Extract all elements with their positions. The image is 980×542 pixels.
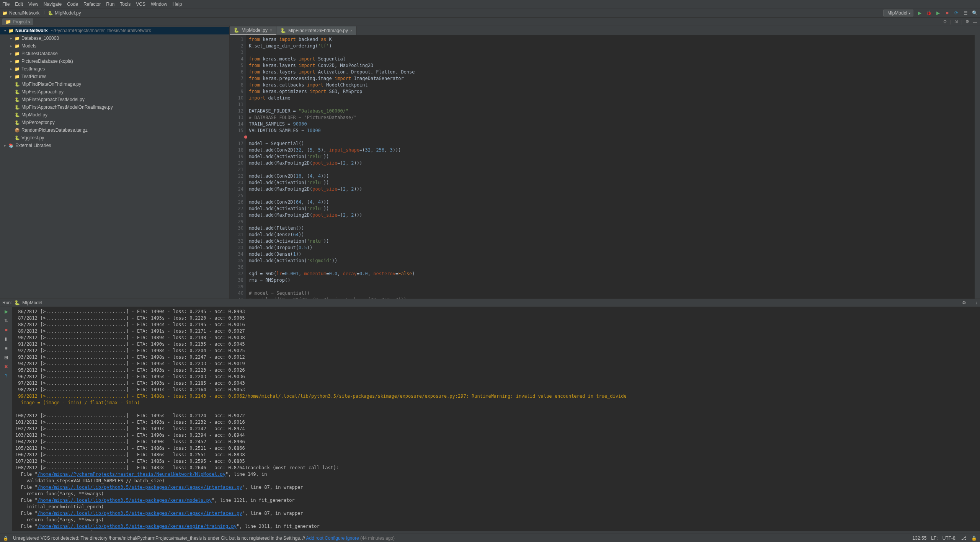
py-icon [15, 105, 20, 110]
tree-item[interactable]: PicturesDatabase [0, 50, 229, 57]
project-tab-label: Project [13, 19, 27, 24]
tree-item[interactable]: MlpFirstApproachTestModel.py [0, 96, 229, 103]
tree-item[interactable]: VggTest.py [0, 134, 229, 142]
add-root-link[interactable]: Add root [306, 535, 323, 541]
collapse-all-icon[interactable]: ⇲ [954, 19, 959, 24]
update-project-button[interactable]: ⟳ [953, 10, 959, 16]
stop-button[interactable]: ■ [3, 327, 9, 333]
editor-tab-label: MlpModel.py [242, 28, 268, 33]
settings-icon[interactable]: ⚙ [965, 19, 970, 24]
expand-icon[interactable] [9, 44, 13, 48]
tree-root[interactable]: NeuralNetwork~/PycharmProjects/master_th… [0, 27, 229, 34]
file-encoding[interactable]: UTF-8: [942, 535, 957, 541]
breadcrumb-file[interactable]: MlpModel.py [48, 10, 81, 16]
tree-item[interactable]: MlpFindPlateOnFhdImage.py [0, 80, 229, 88]
rerun-failed-button[interactable]: ⇅ [3, 318, 9, 324]
restore-layout-button[interactable]: ⊞ [3, 354, 9, 361]
tree-item-label: External Libraries [15, 143, 51, 148]
expand-icon[interactable] [9, 59, 13, 63]
ignore-link[interactable]: Ignore [346, 535, 359, 541]
editor-tabs: 🐍 MlpModel.py × 🐍 MlpFindPlateOnFhdImage… [230, 26, 980, 35]
tree-item[interactable]: PicturesDatabase (kopia) [0, 57, 229, 65]
nav-bar: NeuralNetwork 〉 MlpModel.py MlpModel ▶ 🐞… [0, 8, 980, 18]
git-branch[interactable]: ⎇ [961, 535, 967, 541]
editor-scrollbar[interactable] [975, 35, 980, 299]
main-split: NeuralNetwork~/PycharmProjects/master_th… [0, 26, 980, 299]
configure-link[interactable]: Configure [325, 535, 345, 541]
tree-item[interactable]: TestImages [0, 65, 229, 73]
editor-tab-mlpmodel[interactable]: 🐍 MlpModel.py × [230, 26, 276, 35]
tree-item[interactable]: TestPictures [0, 73, 229, 80]
dir-icon [15, 44, 20, 49]
editor-code[interactable]: from keras import backend as K K.set_ima… [246, 35, 980, 299]
menu-window[interactable]: Window [151, 2, 167, 7]
expand-icon[interactable] [9, 67, 13, 71]
structure-button[interactable]: ☰ [962, 10, 969, 16]
python-icon: 🐍 [14, 300, 20, 305]
close-tab-icon[interactable]: × [270, 28, 272, 33]
tree-item[interactable]: MlpFirstApproach.py [0, 88, 229, 96]
folder-icon [2, 10, 8, 16]
dump-threads-button[interactable]: ≡ [3, 345, 9, 351]
tree-item-label: PicturesDatabase [21, 51, 58, 56]
py-icon [15, 90, 20, 95]
hide-icon[interactable]: ↓ [975, 300, 978, 305]
tree-item[interactable]: MlpFirstApproachTestModelOnRealImage.py [0, 103, 229, 111]
menu-edit[interactable]: Edit [15, 2, 23, 7]
readonly-toggle[interactable]: 🔒 [971, 535, 977, 541]
tree-item-label: MlpPerceptor.py [21, 120, 55, 125]
run-title-label: Run: [2, 300, 12, 305]
tree-item[interactable]: Models [0, 42, 229, 50]
debug-button[interactable]: 🐞 [926, 10, 932, 16]
expand-icon[interactable] [9, 52, 13, 56]
python-icon: 🐍 [234, 28, 239, 33]
menu-run[interactable]: Run [106, 2, 114, 7]
expand-icon[interactable] [9, 75, 13, 78]
tree-item[interactable]: RandomPicturesDatabase.tar.gz [0, 126, 229, 134]
tree-external-libs[interactable]: External Libraries [0, 142, 229, 149]
caret-position[interactable]: 132:55 [913, 535, 927, 541]
run-with-coverage-button[interactable]: ▶ [935, 10, 941, 16]
editor-tab-findplate[interactable]: 🐍 MlpFindPlateOnFhdImage.py × [276, 26, 357, 35]
menu-view[interactable]: View [28, 2, 38, 7]
run-config-combo[interactable]: MlpModel [883, 10, 913, 16]
menu-refactor[interactable]: Refactor [83, 2, 101, 7]
project-tab[interactable]: 📁Project [2, 18, 33, 25]
menu-code[interactable]: Code [67, 2, 78, 7]
project-tree[interactable]: NeuralNetwork~/PycharmProjects/master_th… [0, 26, 230, 299]
breadcrumb-project[interactable]: NeuralNetwork [2, 10, 39, 16]
menu-file[interactable]: File [2, 2, 10, 7]
search-button[interactable]: 🔍 [972, 10, 978, 16]
settings-icon[interactable]: ⚙ [962, 300, 966, 305]
menu-vcs[interactable]: VCS [136, 2, 145, 7]
folder-icon: 📁 [5, 19, 11, 24]
status-message: Unregistered VCS root detected: The dire… [13, 535, 395, 541]
expand-icon[interactable] [3, 29, 7, 33]
editor-gutter[interactable]: 1 2 3 4 5 6 7 8 9 10 11 12 13 14 15 17 1… [230, 35, 246, 299]
editor-body[interactable]: 1 2 3 4 5 6 7 8 9 10 11 12 13 14 15 17 1… [230, 35, 980, 299]
expand-icon[interactable] [3, 144, 7, 147]
python-icon [48, 10, 53, 16]
close-button[interactable]: ✖ [3, 364, 9, 370]
chevron-down-icon [909, 10, 911, 16]
hide-icon[interactable]: — [972, 19, 978, 24]
scroll-from-source-icon[interactable]: ⊙ [942, 19, 948, 24]
line-separator[interactable]: LF: [931, 535, 938, 541]
tree-item-label: TestPictures [21, 74, 46, 79]
menu-help[interactable]: Help [173, 2, 182, 7]
run-console[interactable]: 86/2812 [>.............................]… [12, 307, 980, 531]
stop-button[interactable]: ■ [944, 10, 950, 16]
menu-navigate[interactable]: Navigate [44, 2, 62, 7]
run-button[interactable]: ▶ [916, 10, 923, 16]
tree-item[interactable]: Database_100000 [0, 34, 229, 42]
menu-tools[interactable]: Tools [120, 2, 131, 7]
run-toolwindow-body: ▶ ⇅ ■ ⏸ ≡ ⊞ ✖ ? 86/2812 [>..............… [0, 307, 980, 531]
expand-icon[interactable] [9, 36, 13, 40]
minimize-icon[interactable]: — [969, 300, 973, 305]
help-button[interactable]: ? [3, 373, 9, 379]
close-tab-icon[interactable]: × [350, 29, 353, 33]
tree-item[interactable]: MlpModel.py [0, 111, 229, 119]
pause-button[interactable]: ⏸ [3, 336, 9, 342]
rerun-button[interactable]: ▶ [3, 309, 9, 315]
tree-item[interactable]: MlpPerceptor.py [0, 119, 229, 126]
